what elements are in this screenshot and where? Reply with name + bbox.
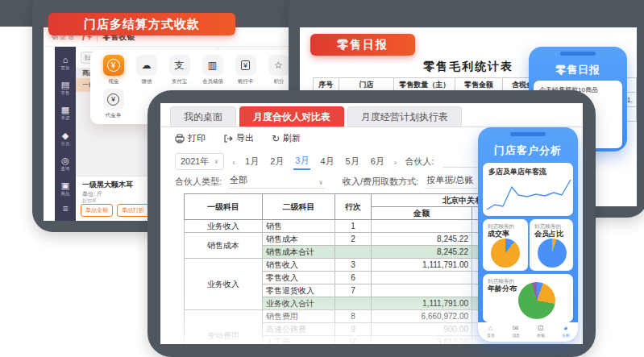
month-feb[interactable]: 2月 xyxy=(268,154,285,169)
tab-my-desktop[interactable]: 我的桌面 xyxy=(170,106,236,127)
orders-icon: ▦ xyxy=(61,106,69,114)
tab-monthly-plan[interactable]: 月度经营计划执行表 xyxy=(347,106,462,127)
chevron-down-icon: ∨ xyxy=(318,179,323,186)
item-amount-button[interactable]: 单品金额 xyxy=(81,204,113,217)
item-discount-button[interactable]: 单品打折 xyxy=(117,204,149,217)
line-chart xyxy=(485,177,572,213)
sidebar-item-home[interactable]: ⌂ 首页 xyxy=(55,52,76,75)
sidebar-item-member[interactable]: ◆ 会员 xyxy=(55,127,76,151)
refresh-button[interactable]: ↻ 刷新 xyxy=(272,132,301,144)
pay-bank-card[interactable]: ¥ 银行卡 xyxy=(229,55,262,85)
home-icon: ⌂ xyxy=(488,325,492,332)
retail-icon: ▤ xyxy=(61,81,69,89)
member-share-card[interactable]: 到店顾客的 会员占比 xyxy=(530,219,573,271)
sidebar-item-goods[interactable]: ▣ 商品 xyxy=(55,178,76,201)
year-select[interactable]: 2021年 ∨ xyxy=(175,153,224,170)
col-amount: 金额 xyxy=(372,207,472,220)
traffic-trend-card[interactable]: 多店及单店年客流 xyxy=(483,163,573,216)
conversion-pie-chart xyxy=(491,239,520,268)
partner-filter-label: 合伙人: xyxy=(405,156,434,168)
points-icon: ☆ xyxy=(268,55,289,76)
pos-feature-badge: 门店多结算方式收款 xyxy=(48,13,235,35)
refresh-icon: ↻ xyxy=(272,133,280,144)
sidebar-item-query[interactable]: ◎ 查询 xyxy=(55,152,76,176)
pie-chart-icon: ◕ xyxy=(563,325,567,332)
next-months-arrow[interactable]: › xyxy=(394,157,397,167)
conversion-rate-card[interactable]: 到店顾客的 成交率 xyxy=(483,219,528,271)
voucher-icon: ¥ xyxy=(103,89,124,110)
partner-type-label: 合伙人类型: xyxy=(175,176,222,188)
age-distribution-card[interactable]: 到店顾客的 年龄分布 xyxy=(483,274,573,322)
nav-cashier[interactable]: ⊡ 收银 xyxy=(528,322,553,342)
col-line: 行次 xyxy=(335,194,372,220)
home-icon: ⌂ xyxy=(63,56,69,64)
sidebar-item-retail[interactable]: ▤ 零售 xyxy=(55,77,76,100)
fetch-mode-label: 收入/费用取数方式: xyxy=(343,176,418,188)
cashier-icon: ⊡ xyxy=(538,325,544,332)
nav-home[interactable]: ⌂ 首页 xyxy=(478,322,503,342)
month-mar[interactable]: 3月 xyxy=(293,153,310,170)
tab-partner-comparison[interactable]: 月度合伙人对比表 xyxy=(239,106,344,127)
month-jun[interactable]: 6月 xyxy=(369,154,386,169)
export-button[interactable]: 导出 xyxy=(223,132,254,144)
phone-daily-title: 零售日报 xyxy=(529,63,627,77)
alipay-icon: 支 xyxy=(169,55,190,76)
stored-value-card-icon: ▥ xyxy=(202,55,223,76)
product-name: 一级黑大颗木耳 xyxy=(82,180,133,190)
print-button[interactable]: 打印 xyxy=(175,132,206,144)
member-icon: ◆ xyxy=(62,131,69,140)
daily-report-badge: 零售日报 xyxy=(310,34,415,56)
filter-row-period: 2021年 ∨ ‹ 1月 2月 3月 4月 5月 6月 › 合伙人: xyxy=(175,153,526,170)
pos-sidebar: ⌂ 首页 ▤ 零售 ▦ 单据 ◆ 会员 ◎ 查询 ▣ 商品 xyxy=(55,47,76,221)
col-level1: 一级科目 xyxy=(185,194,263,220)
pay-alipay[interactable]: 支 支付宝 xyxy=(163,55,196,85)
trend-title: 多店及单店年客流 xyxy=(488,167,546,177)
phone-card-customer-analysis: 门店客户分析 多店及单店年客流 到店顾客的 成交率 到店顾客的 会员占比 到店顾… xyxy=(478,127,578,342)
partner-type-select[interactable]: 全部 ∨ xyxy=(228,174,325,189)
member-pie-chart xyxy=(538,239,567,268)
month-jan[interactable]: 1月 xyxy=(243,154,260,169)
pay-voucher[interactable]: ¥ 代金券 xyxy=(97,89,130,119)
bank-card-icon: ¥ xyxy=(235,55,256,76)
col-level2: 二级科目 xyxy=(263,194,335,220)
report-toolbar: 打印 导出 ↻ 刷新 xyxy=(175,132,301,144)
phone-notch xyxy=(510,132,546,136)
chevron-down-icon: ∨ xyxy=(214,158,218,165)
filter-row-type: 合伙人类型: 全部 ∨ 收入/费用取数方式: 按单据/总账 ∨ xyxy=(175,174,513,189)
analysis-title: 门店客户分析 xyxy=(478,143,578,158)
message-icon: ✉ xyxy=(513,325,519,332)
nav-message[interactable]: ✉ 消息 xyxy=(503,322,528,342)
export-icon xyxy=(223,134,233,143)
query-icon: ◎ xyxy=(61,156,69,165)
pay-cash[interactable]: ¥ 现金 xyxy=(97,55,130,85)
nav-analysis[interactable]: ◕ 分析 xyxy=(553,322,578,342)
age-pie-chart xyxy=(518,282,555,319)
month-may[interactable]: 5月 xyxy=(344,154,361,169)
print-icon xyxy=(175,134,185,143)
month-apr[interactable]: 4月 xyxy=(318,154,335,169)
pay-stored-value[interactable]: ▥ 会员储值 xyxy=(196,55,229,85)
sidebar-item-orders[interactable]: ▦ 单据 xyxy=(55,102,76,126)
phone-notch xyxy=(560,52,596,56)
tab-bar: 我的桌面 月度合伙人对比表 月度经营计划执行表 xyxy=(170,106,462,127)
goods-icon: ▣ xyxy=(61,181,69,190)
menu-icon[interactable]: ≡ xyxy=(62,203,68,214)
cash-icon: ¥ xyxy=(103,55,124,76)
prev-months-arrow[interactable]: ‹ xyxy=(232,157,235,167)
pay-wechat[interactable]: ☁ 微信 xyxy=(130,55,163,85)
phone-bottom-nav: ⌂ 首页 ✉ 消息 ⊡ 收银 ◕ 分析 xyxy=(478,322,578,342)
wechat-icon: ☁ xyxy=(136,55,157,76)
